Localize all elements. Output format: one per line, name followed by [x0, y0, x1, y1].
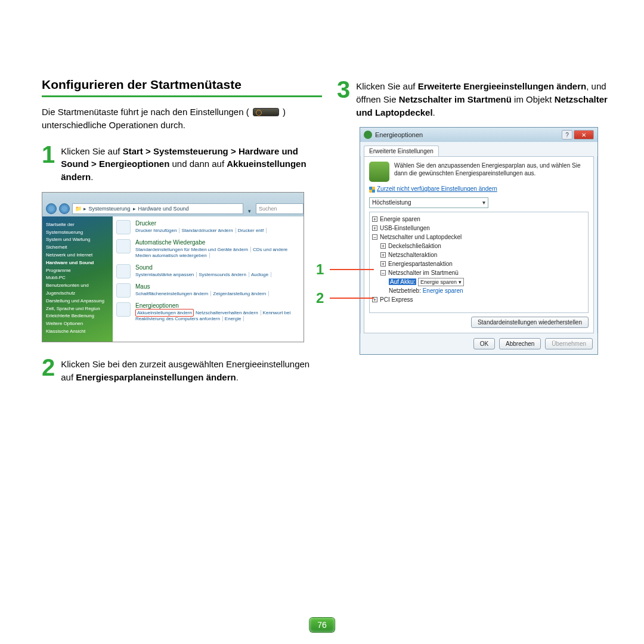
sidebar-item[interactable]: Sicherheit: [46, 244, 109, 252]
callout-line-icon: [330, 269, 374, 270]
category-link[interactable]: Audioge: [251, 272, 271, 277]
step-2-bold: Energiesparplaneinstellungen ändern: [76, 372, 236, 382]
shield-icon: [369, 187, 375, 193]
tree-item[interactable]: Netzschalter im Startmenü: [388, 270, 459, 276]
step-3-post: .: [433, 107, 435, 117]
dialog-titlebar: Energieoptionen ? ✕: [360, 128, 597, 142]
plugged-in-value[interactable]: Energie sparen: [423, 287, 463, 294]
power-button-icon: [253, 108, 279, 116]
category-link[interactable]: Zeigerdarstellung ändern: [213, 291, 269, 296]
expand-icon[interactable]: +: [372, 225, 377, 231]
highlighted-link[interactable]: Akkueinstellungen ändern: [135, 309, 194, 317]
help-button[interactable]: ?: [562, 130, 572, 140]
category-title[interactable]: Energieoptionen: [135, 302, 300, 309]
apply-button[interactable]: Übernehmen: [545, 338, 593, 349]
step-3-pre: Klicken Sie auf: [356, 81, 417, 91]
tree-item[interactable]: Energiespartastenaktion: [388, 261, 453, 267]
collapse-icon[interactable]: −: [372, 234, 377, 240]
collapse-icon[interactable]: −: [380, 270, 386, 275]
tree-item[interactable]: Netzschalteraktion: [388, 252, 437, 258]
sidebar-item[interactable]: Startseite der Systemsteuerung: [46, 221, 109, 237]
category-title[interactable]: Drucker: [135, 220, 268, 227]
step-3: 3 Klicken Sie auf Erweiterte Energieeins…: [337, 78, 617, 119]
category-row: SoundSystemlautstärke anpassenSystemsoun…: [116, 264, 300, 278]
step-3-text: Klicken Sie auf Erweiterte Energieeinste…: [356, 78, 617, 119]
category-link[interactable]: Netzschalterverhalten ändern: [196, 310, 261, 315]
sidebar-item[interactable]: Weitere Optionen: [46, 320, 109, 328]
category-link[interactable]: Systemsounds ändern: [199, 272, 249, 277]
category-link[interactable]: Systemlautstärke anpassen: [135, 272, 197, 277]
category-icon: [116, 220, 131, 234]
sidebar-item[interactable]: Darstellung und Anpassung: [46, 298, 109, 305]
sidebar-item[interactable]: Programme: [46, 267, 109, 275]
category-icon: [116, 302, 131, 317]
callout-1: 1: [316, 261, 324, 278]
sidebar-item[interactable]: Netzwerk und Internet: [46, 252, 109, 259]
callout-labels: 1 2: [316, 261, 374, 318]
sidebar-item[interactable]: Klassische Ansicht: [46, 328, 109, 336]
control-panel-sidebar: Startseite der SystemsteuerungSystem und…: [42, 216, 113, 342]
tab-advanced-settings[interactable]: Erweiterte Einstellungen: [364, 145, 439, 156]
sidebar-item[interactable]: Hardware und Sound: [46, 259, 109, 267]
category-title[interactable]: Sound: [135, 264, 273, 271]
sidebar-item[interactable]: System und Wartung: [46, 236, 109, 244]
category-row: DruckerDrucker hinzufügenStandarddrucker…: [116, 220, 300, 234]
tree-item[interactable]: Netzschalter und Laptopdeckel: [380, 234, 462, 240]
on-battery-combo[interactable]: Energie sparen▾: [418, 278, 464, 286]
category-link[interactable]: Drucker entf: [238, 228, 267, 233]
tree-item[interactable]: PCI Express: [380, 296, 413, 303]
tree-item[interactable]: Energie sparen: [380, 216, 420, 222]
search-input[interactable]: Suchen: [256, 203, 304, 214]
plan-combo[interactable]: Höchstleistung ▾: [369, 197, 488, 208]
step-1: 1 Klicken Sie auf Start > Systemsteuerun…: [42, 143, 322, 184]
uac-shield-link[interactable]: Zurzeit nicht verfügbare Einstellungen ä…: [369, 185, 589, 192]
category-icon: [116, 283, 131, 298]
sidebar-item[interactable]: Zeit, Sprache und Region: [46, 305, 109, 313]
category-links: Akkueinstellungen ändernNetzschalterverh…: [135, 310, 300, 323]
callout-line-icon: [330, 298, 374, 299]
category-link[interactable]: Standarddrucker ändern: [181, 228, 236, 233]
expand-icon[interactable]: +: [372, 216, 377, 222]
screenshot-power-options-dialog: Energieoptionen ? ✕ Erweiterte Einstellu…: [360, 127, 598, 354]
category-title[interactable]: Automatische Wiedergabe: [135, 239, 300, 246]
close-button[interactable]: ✕: [574, 130, 594, 140]
category-link[interactable]: Drucker hinzufügen: [135, 228, 179, 233]
step-2-post: .: [236, 372, 239, 382]
ok-button[interactable]: OK: [473, 338, 495, 349]
sidebar-item[interactable]: Benutzerkonten und Jugendschutz: [46, 282, 109, 298]
step-3-bold1: Erweiterte Energieeinstellungen ändern: [418, 81, 587, 91]
battery-icon: [369, 162, 389, 182]
category-link[interactable]: Schaltflächeneinstellungen ändern: [135, 291, 211, 296]
settings-tree[interactable]: +Energie sparen +USB-Einstellungen −Netz…: [369, 212, 589, 313]
intro-before: Die Startmenütaste führt je nach den Ein…: [42, 107, 249, 117]
breadcrumb-2[interactable]: Hardware und Sound: [138, 206, 189, 212]
tree-item[interactable]: Deckelschließaktion: [388, 243, 441, 249]
control-panel-content: DruckerDrucker hinzufügenStandarddrucker…: [113, 216, 304, 342]
sidebar-item[interactable]: Mobil-PC: [46, 274, 109, 282]
category-links: Standardeinstellungen für Medien und Ger…: [135, 247, 300, 259]
tree-item[interactable]: USB-Einstellungen: [380, 225, 430, 231]
category-link[interactable]: Energie: [225, 316, 244, 321]
step-2: 2 Klicken Sie bei den zurzeit ausgewählt…: [42, 355, 322, 384]
expand-icon[interactable]: +: [380, 243, 386, 249]
shield-link-text: Zurzeit nicht verfügbare Einstellungen ä…: [377, 185, 497, 192]
page-number: 76: [309, 618, 335, 632]
nav-header: 📁 ▸ Systemsteuerung ▸ Hardware und Sound…: [42, 193, 304, 216]
category-row: MausSchaltflächeneinstellungen ändernZei…: [116, 283, 300, 298]
expand-icon[interactable]: +: [380, 252, 386, 258]
category-link[interactable]: Standardeinstellungen für Medien und Ger…: [135, 247, 251, 252]
restore-defaults-button[interactable]: Standardeinstellungen wiederherstellen: [471, 317, 589, 328]
back-button[interactable]: [46, 203, 57, 214]
search-placeholder: Suchen: [259, 206, 277, 212]
sidebar-item[interactable]: Erleichterte Bedienung: [46, 312, 109, 320]
step-3-bold2: Netzschalter im Startmenü: [399, 94, 512, 104]
expand-icon[interactable]: +: [380, 261, 386, 267]
breadcrumb-1[interactable]: Systemsteuerung: [89, 206, 131, 212]
combo-value: Energie sparen: [420, 278, 457, 287]
selected-label: Auf Akku:: [389, 278, 416, 285]
breadcrumb[interactable]: 📁 ▸ Systemsteuerung ▸ Hardware und Sound: [72, 203, 243, 214]
category-icon: [116, 239, 131, 253]
forward-button[interactable]: [59, 203, 70, 214]
cancel-button[interactable]: Abbrechen: [499, 338, 541, 349]
category-title[interactable]: Maus: [135, 283, 271, 290]
